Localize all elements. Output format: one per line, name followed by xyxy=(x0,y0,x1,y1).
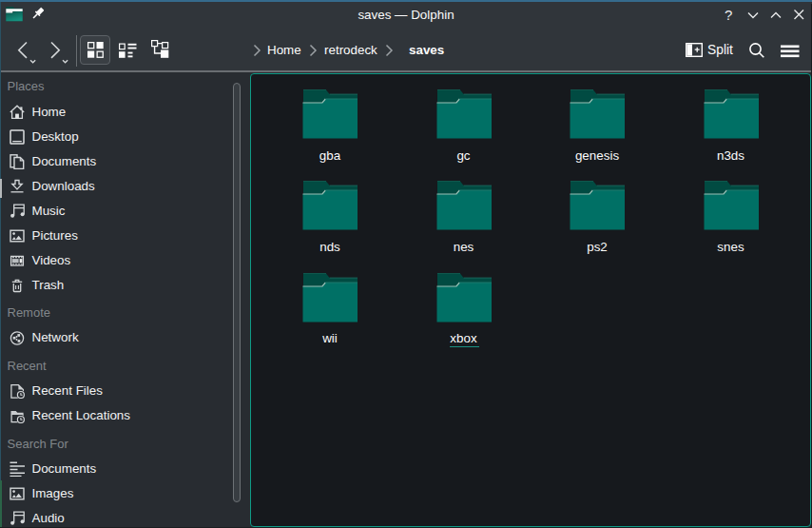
svg-text:?: ? xyxy=(725,7,732,23)
